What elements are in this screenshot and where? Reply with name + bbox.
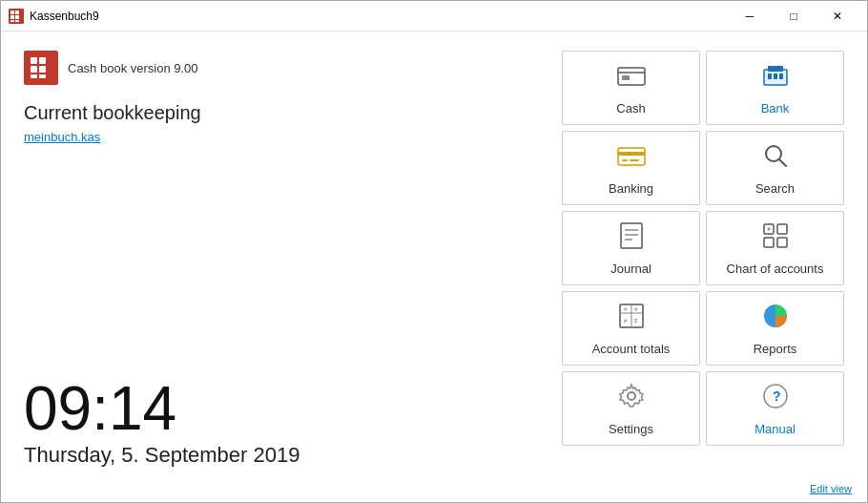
svg-rect-8: [31, 57, 37, 64]
manual-label: Manual: [754, 422, 796, 436]
edit-view-link[interactable]: Edit view: [810, 483, 852, 494]
bank-icon: [760, 60, 791, 95]
reports-button[interactable]: Reports: [706, 291, 844, 366]
left-panel: Cash book version 9.00 Current bookkeepi…: [24, 51, 562, 468]
close-button[interactable]: ✕: [816, 1, 859, 31]
svg-rect-21: [779, 73, 783, 79]
svg-rect-34: [764, 238, 774, 247]
svg-rect-4: [15, 15, 19, 19]
chart-of-accounts-button[interactable]: Chart of accounts: [706, 211, 844, 285]
search-icon: [760, 140, 791, 176]
maximize-button[interactable]: □: [772, 1, 816, 31]
app-titlebar-icon: [9, 9, 24, 24]
reports-icon: [760, 301, 791, 336]
banking-label: Banking: [609, 181, 653, 196]
svg-rect-2: [15, 10, 19, 14]
svg-rect-11: [39, 66, 46, 73]
bank-label: Bank: [761, 101, 790, 115]
search-label: Search: [755, 181, 795, 196]
right-panel: Cash Bank: [562, 51, 844, 468]
minimize-button[interactable]: ─: [728, 1, 772, 31]
bookkeeping-section: Current bookkeeping meinbuch.kas: [24, 102, 543, 145]
reports-label: Reports: [754, 342, 797, 356]
svg-line-27: [779, 159, 786, 166]
cash-label: Cash: [616, 101, 645, 115]
manual-button[interactable]: ? Manual: [706, 371, 844, 446]
svg-rect-5: [10, 20, 14, 22]
svg-text:?: ?: [773, 388, 781, 404]
svg-text:#: #: [624, 306, 628, 312]
main-content: Cash book version 9.00 Current bookkeepi…: [1, 31, 867, 479]
cash-button[interactable]: Cash: [562, 51, 700, 125]
svg-rect-3: [10, 15, 14, 19]
svg-rect-1: [10, 10, 14, 14]
chart-of-accounts-icon: [760, 220, 791, 256]
account-totals-icon: # # # Σ: [616, 301, 647, 336]
titlebar: Kassenbuch9 ─ □ ✕: [1, 1, 867, 31]
bookkeeping-link[interactable]: meinbuch.kas: [24, 130, 100, 144]
svg-text:#: #: [624, 318, 628, 324]
svg-rect-13: [39, 74, 46, 78]
clock-time: 09:14: [24, 378, 543, 439]
svg-rect-22: [618, 148, 645, 165]
account-totals-label: Account totals: [592, 342, 671, 356]
banking-icon: [616, 140, 647, 176]
settings-button[interactable]: Settings: [562, 371, 700, 446]
settings-label: Settings: [609, 422, 653, 436]
svg-rect-19: [768, 73, 772, 79]
svg-rect-10: [31, 66, 37, 73]
nav-button-grid: Cash Bank: [562, 51, 844, 446]
app-version-text: Cash book version 9.00: [68, 61, 198, 75]
journal-button[interactable]: Journal: [562, 211, 700, 285]
window-title: Kassenbuch9: [30, 10, 728, 23]
clock-date: Thursday, 5. September 2019: [24, 443, 543, 468]
svg-rect-35: [777, 238, 787, 247]
cash-icon: [616, 60, 647, 95]
svg-rect-20: [774, 73, 777, 79]
svg-text:#: #: [634, 306, 638, 312]
svg-text:Σ: Σ: [634, 318, 638, 324]
banking-button[interactable]: Banking: [562, 131, 700, 205]
bookkeeping-title: Current bookkeeping: [24, 102, 543, 124]
svg-rect-33: [777, 224, 787, 234]
main-window: Kassenbuch9 ─ □ ✕: [0, 0, 868, 503]
svg-point-45: [628, 392, 635, 400]
svg-rect-6: [15, 20, 19, 22]
clock-section: 09:14 Thursday, 5. September 2019: [24, 349, 543, 468]
app-logo: [24, 51, 58, 85]
search-button[interactable]: Search: [706, 131, 844, 205]
svg-rect-28: [621, 223, 642, 248]
svg-rect-16: [622, 75, 630, 80]
svg-rect-9: [39, 57, 46, 64]
window-controls: ─ □ ✕: [728, 1, 859, 31]
app-info: Cash book version 9.00: [24, 51, 543, 85]
journal-label: Journal: [610, 262, 651, 276]
account-totals-button[interactable]: # # # Σ Account totals: [562, 291, 700, 366]
svg-rect-12: [31, 74, 37, 78]
settings-icon: [616, 381, 647, 416]
footer: Edit view: [1, 479, 867, 502]
chart-of-accounts-label: Chart of accounts: [727, 262, 824, 276]
svg-rect-23: [618, 152, 645, 156]
journal-icon: [616, 220, 647, 256]
svg-rect-25: [630, 159, 639, 161]
manual-icon: ?: [760, 381, 791, 416]
bank-button[interactable]: Bank: [706, 51, 844, 125]
svg-rect-24: [622, 159, 628, 161]
svg-rect-18: [768, 66, 783, 72]
